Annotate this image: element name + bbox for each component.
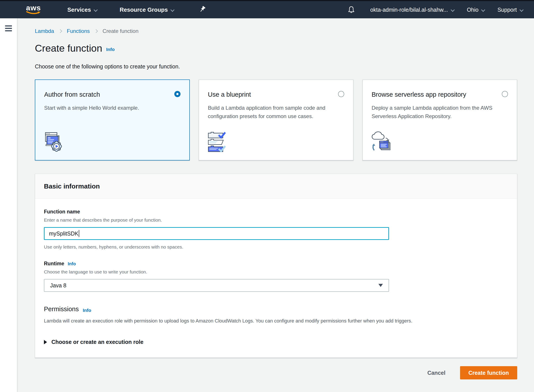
form-footer: Cancel Create function: [35, 366, 517, 379]
function-name-field-group: Function name Enter a name that describe…: [44, 209, 508, 250]
execution-role-expander-label: Choose or create an execution role: [51, 339, 144, 345]
nav-region-menu[interactable]: Ohio: [467, 7, 485, 13]
nav-support-label: Support: [497, 7, 517, 13]
radio-unselected-icon[interactable]: [338, 91, 344, 97]
aws-logo-text: aws: [26, 5, 41, 11]
expander-triangle-icon: [44, 340, 47, 344]
panel-body: Function name Enter a name that describe…: [35, 199, 517, 358]
chevron-down-icon: [171, 8, 174, 11]
main-content: Lambda Functions Create function Create …: [17, 18, 534, 392]
cancel-button[interactable]: Cancel: [427, 370, 446, 376]
nav-right-group: okta-admin-role/bilal.al-shahw... Ohio S…: [348, 6, 523, 14]
card-browse-serverless-app-repository[interactable]: Browse serverless app repository Deploy …: [362, 79, 517, 160]
runtime-selected-value: Java 8: [50, 282, 66, 289]
page-title-row: Create function Info: [35, 43, 517, 54]
dropdown-arrow-icon: [378, 284, 383, 287]
nav-region-label: Ohio: [467, 7, 479, 13]
permissions-title: Permissions: [44, 305, 79, 313]
runtime-label: Runtime: [44, 261, 64, 267]
card-title: Author from scratch: [44, 90, 105, 98]
radio-unselected-icon[interactable]: [502, 91, 508, 97]
breadcrumb-lambda-link[interactable]: Lambda: [35, 28, 54, 34]
aws-smile-icon: [26, 11, 41, 15]
card-header: Browse serverless app repository: [371, 90, 508, 98]
aws-logo[interactable]: aws: [26, 5, 41, 15]
card-author-from-scratch[interactable]: Author from scratch Start with a simple …: [35, 79, 190, 160]
permissions-section: Permissions Info Lambda will create an e…: [44, 305, 508, 345]
nav-support-menu[interactable]: Support: [497, 7, 523, 13]
hamburger-menu-icon[interactable]: [5, 25, 12, 33]
permissions-description: Lambda will create an execution role wit…: [44, 318, 508, 324]
function-name-help: Enter a name that describes the purpose …: [44, 217, 508, 223]
nav-account-menu[interactable]: okta-admin-role/bilal.al-shahw...: [370, 7, 455, 13]
breadcrumb: Lambda Functions Create function: [35, 28, 517, 34]
function-name-value: mySplitSDK: [49, 230, 78, 237]
text-cursor: [79, 230, 79, 237]
card-description: Start with a simple Hello World example.: [44, 104, 181, 112]
permissions-title-row: Permissions Info: [44, 305, 508, 313]
chevron-down-icon: [520, 8, 523, 11]
chevron-down-icon: [451, 8, 455, 11]
chevron-down-icon: [94, 8, 98, 11]
breadcrumb-separator-icon: [95, 30, 98, 33]
page-subtitle: Choose one of the following options to c…: [35, 63, 517, 70]
function-name-input[interactable]: mySplitSDK: [44, 227, 389, 240]
title-info-link[interactable]: Info: [106, 47, 115, 52]
runtime-info-link[interactable]: Info: [68, 261, 76, 266]
creation-option-cards: Author from scratch Start with a simple …: [35, 79, 517, 160]
nav-account-label: okta-admin-role/bilal.al-shahw...: [370, 7, 448, 13]
create-function-button[interactable]: Create function: [460, 366, 517, 379]
page-layout: Lambda Functions Create function Create …: [0, 18, 534, 392]
card-description: Deploy a sample Lambda application from …: [371, 104, 508, 121]
nav-services-label: Services: [67, 6, 91, 13]
panel-title: Basic information: [44, 182, 100, 190]
notifications-bell-icon[interactable]: [348, 6, 355, 14]
runtime-label-row: Runtime Info: [44, 261, 508, 267]
pin-icon[interactable]: [199, 6, 206, 14]
permissions-info-link[interactable]: Info: [83, 308, 91, 313]
nav-left-group: aws Services Resource Groups: [26, 5, 206, 15]
breadcrumb-separator-icon: [59, 30, 62, 33]
top-navigation-bar: aws Services Resource Groups: [0, 1, 534, 18]
function-name-constraint: Use only letters, numbers, hyphens, or u…: [44, 244, 508, 250]
nav-services-menu[interactable]: Services: [67, 6, 98, 13]
serverless-repo-icon: [371, 131, 395, 153]
panel-header: Basic information: [35, 174, 517, 199]
card-use-a-blueprint[interactable]: Use a blueprint Build a Lambda applicati…: [199, 79, 353, 160]
runtime-help: Choose the language to use to write your…: [44, 269, 508, 275]
card-title: Use a blueprint: [208, 90, 256, 98]
execution-role-expander[interactable]: Choose or create an execution role: [44, 339, 144, 345]
basic-information-panel: Basic information Function name Enter a …: [35, 174, 517, 358]
runtime-field-group: Runtime Info Choose the language to use …: [44, 261, 508, 292]
nav-resource-groups-menu[interactable]: Resource Groups: [120, 6, 174, 13]
left-rail: [0, 18, 17, 392]
author-from-scratch-icon: [44, 132, 65, 153]
function-name-label: Function name: [44, 209, 508, 215]
breadcrumb-functions-link[interactable]: Functions: [67, 28, 90, 34]
breadcrumb-current: Create function: [103, 28, 139, 34]
page-title: Create function: [35, 43, 102, 54]
card-description: Build a Lambda application from sample c…: [208, 104, 344, 121]
chevron-down-icon: [482, 8, 485, 11]
nav-resource-groups-label: Resource Groups: [120, 6, 168, 13]
runtime-select[interactable]: Java 8: [44, 279, 389, 292]
radio-selected-icon[interactable]: [174, 91, 181, 97]
card-header: Author from scratch: [44, 90, 181, 98]
card-title: Browse serverless app repository: [371, 90, 472, 98]
use-a-blueprint-icon: [207, 132, 229, 153]
card-header: Use a blueprint: [208, 90, 344, 98]
